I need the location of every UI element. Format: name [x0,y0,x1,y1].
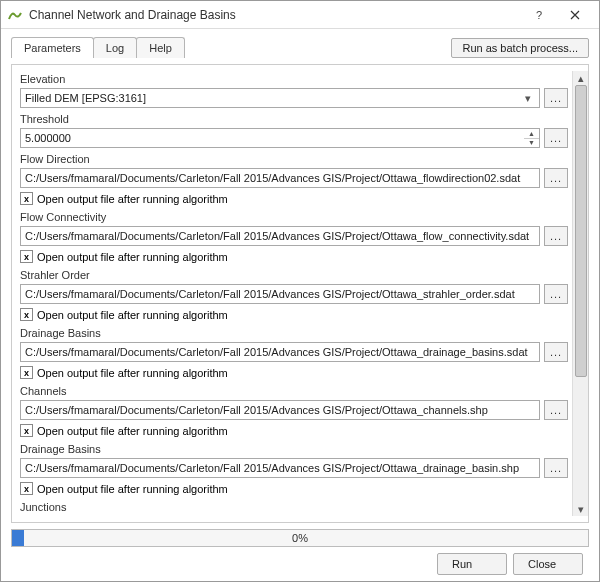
progress-bar: 0% [11,529,589,547]
tab-bar: Parameters Log Help [11,37,184,58]
elevation-value: Filled DEM [EPSG:3161] [25,92,521,104]
progress-text: 0% [292,532,308,544]
threshold-label: Threshold [20,113,568,125]
progress-fill [12,530,24,546]
window-title: Channel Network and Drainage Basins [29,8,521,22]
vertical-scrollbar[interactable]: ▴ ▾ [572,71,588,516]
top-row: Parameters Log Help Run as batch process… [11,37,589,58]
run-button[interactable]: Run [437,553,507,575]
channels-input[interactable] [20,400,540,420]
elevation-combo[interactable]: Filled DEM [EPSG:3161] ▾ [20,88,540,108]
close-window-button[interactable] [557,3,593,27]
run-batch-button[interactable]: Run as batch process... [451,38,589,58]
scroll-down-icon[interactable]: ▾ [574,502,588,516]
flow-connectivity-open-label: Open output file after running algorithm [37,251,228,263]
parameters-panel: Elevation Filled DEM [EPSG:3161] ▾ ... T… [11,64,589,523]
scroll-up-icon[interactable]: ▴ [574,71,588,85]
elevation-label: Elevation [20,73,568,85]
elevation-browse-button[interactable]: ... [544,88,568,108]
strahler-order-label: Strahler Order [20,269,568,281]
close-button[interactable]: Close [513,553,583,575]
tab-parameters[interactable]: Parameters [11,37,94,58]
scroll-thumb[interactable] [575,85,587,377]
junctions-label: Junctions [20,501,568,513]
threshold-spinbox[interactable]: ▲ ▼ [20,128,540,148]
channels-open-label: Open output file after running algorithm [37,425,228,437]
scroll-track[interactable] [574,85,588,502]
drainage-basins-2-open-label: Open output file after running algorithm [37,483,228,495]
spin-down-icon[interactable]: ▼ [524,139,539,148]
drainage-basins-2-open-checkbox[interactable]: x [20,482,33,495]
spin-up-icon[interactable]: ▲ [524,129,539,139]
drainage-basins-1-label: Drainage Basins [20,327,568,339]
strahler-order-input[interactable] [20,284,540,304]
flow-direction-input[interactable] [20,168,540,188]
scroll-region: Elevation Filled DEM [EPSG:3161] ▾ ... T… [20,71,572,516]
flow-connectivity-open-checkbox[interactable]: x [20,250,33,263]
drainage-basins-1-open-checkbox[interactable]: x [20,366,33,379]
flow-direction-browse-button[interactable]: ... [544,168,568,188]
content-area: Parameters Log Help Run as batch process… [1,29,599,581]
flow-connectivity-label: Flow Connectivity [20,211,568,223]
strahler-order-open-checkbox[interactable]: x [20,308,33,321]
chevron-down-icon: ▾ [521,92,535,105]
help-button[interactable]: ? [521,3,557,27]
channels-label: Channels [20,385,568,397]
drainage-basins-1-open-label: Open output file after running algorithm [37,367,228,379]
strahler-order-open-label: Open output file after running algorithm [37,309,228,321]
drainage-basins-2-label: Drainage Basins [20,443,568,455]
drainage-basins-2-browse-button[interactable]: ... [544,458,568,478]
tab-log[interactable]: Log [93,37,137,58]
tab-help[interactable]: Help [136,37,185,58]
threshold-input[interactable] [20,128,524,148]
flow-direction-open-label: Open output file after running algorithm [37,193,228,205]
drainage-basins-2-input[interactable] [20,458,540,478]
drainage-basins-1-browse-button[interactable]: ... [544,342,568,362]
flow-direction-open-checkbox[interactable]: x [20,192,33,205]
flow-connectivity-input[interactable] [20,226,540,246]
flow-direction-label: Flow Direction [20,153,568,165]
drainage-basins-1-input[interactable] [20,342,540,362]
strahler-order-browse-button[interactable]: ... [544,284,568,304]
app-icon [7,7,23,23]
channels-browse-button[interactable]: ... [544,400,568,420]
channels-open-checkbox[interactable]: x [20,424,33,437]
threshold-browse-button[interactable]: ... [544,128,568,148]
dialog-window: Channel Network and Drainage Basins ? Pa… [0,0,600,582]
footer-buttons: Run Close [11,553,589,575]
titlebar: Channel Network and Drainage Basins ? [1,1,599,29]
flow-connectivity-browse-button[interactable]: ... [544,226,568,246]
